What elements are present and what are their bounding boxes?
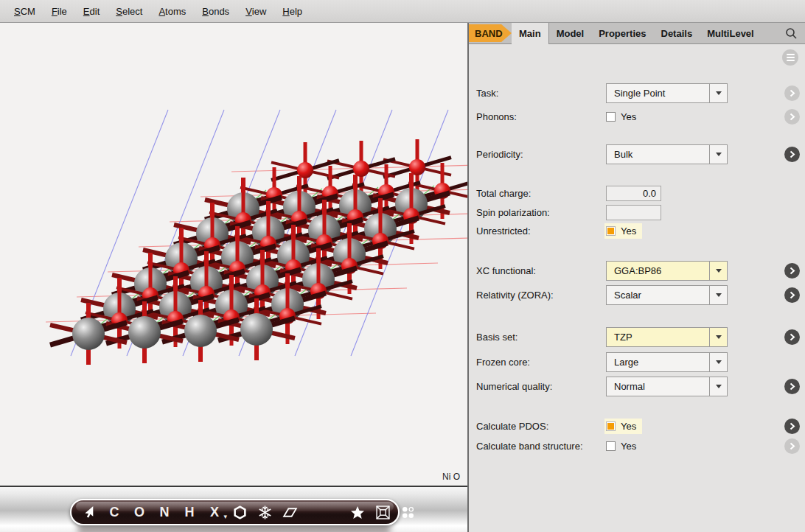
tab-properties[interactable]: Properties (591, 23, 653, 43)
o-atom[interactable] (297, 162, 313, 178)
dropdown-arrow-icon[interactable] (709, 353, 727, 371)
numerical-quality-detail-button[interactable] (784, 379, 800, 394)
relativity-label: Relativity (ZORA): (476, 290, 554, 301)
row-numerical-quality: Numerical quality:Normal (469, 377, 805, 396)
frozen-core-dropdown[interactable]: Large (606, 352, 728, 372)
panel-menu-button[interactable] (782, 49, 798, 66)
draw-toolbar: CONHX▾ (70, 499, 400, 525)
menu-scm[interactable]: SCM (6, 0, 43, 22)
menubar: SCMFileEditSelectAtomsBondsViewHelp (0, 0, 805, 23)
tab-main[interactable]: Main (512, 23, 549, 44)
calculate-band-structure-detail-button (784, 438, 800, 454)
row-calculate-pdos: Calculate PDOS:Yes (469, 419, 805, 434)
relativity-detail-button[interactable] (784, 287, 800, 303)
numerical-quality-label: Numerical quality: (476, 381, 552, 392)
hydrogen-tool[interactable]: H (181, 503, 198, 521)
calculate-band-structure-label: Calculate band structure: (476, 441, 583, 452)
phonons-label: Phonons: (476, 111, 517, 122)
menu-view[interactable]: View (237, 0, 274, 22)
search-icon[interactable] (785, 23, 805, 43)
oxygen-tool[interactable]: O (130, 503, 148, 521)
row-xc-functional: XC functional:GGA:BP86 (469, 261, 805, 281)
phonons-detail-button (784, 109, 800, 125)
menu-help[interactable]: Help (274, 0, 310, 22)
basis-set-label: Basis set: (476, 332, 518, 343)
panel-tabbar: BAND MainModelPropertiesDetailsMultiLeve… (469, 23, 805, 44)
menu-bonds[interactable]: Bonds (194, 0, 237, 22)
crystal-viewer-tool-icon[interactable] (374, 503, 391, 521)
viewer-bottom-divider (0, 486, 467, 487)
total-charge-label: Total charge: (476, 188, 531, 199)
basis-set-dropdown[interactable]: TZP (606, 327, 728, 347)
relativity-dropdown[interactable]: Scalar (606, 285, 728, 305)
favorites-tool-icon[interactable] (349, 503, 366, 521)
basis-set-detail-button[interactable] (784, 329, 800, 345)
pointer-tool-icon[interactable] (80, 503, 98, 521)
ni-atom[interactable] (240, 313, 273, 346)
ni-atom[interactable] (128, 316, 161, 349)
row-total-charge: Total charge:0.0 (469, 186, 805, 201)
calculate-pdos-label: Calculate PDOS: (476, 421, 548, 432)
total-charge-input[interactable]: 0.0 (606, 186, 661, 201)
xc-functional-label: XC functional: (476, 265, 536, 276)
crystal-structure[interactable] (0, 23, 467, 486)
plane-tool-icon[interactable] (281, 503, 299, 521)
tab-model[interactable]: Model (549, 23, 592, 43)
panels-tool-icon[interactable] (399, 503, 417, 521)
carbon-tool[interactable]: C (105, 503, 123, 521)
spin-polarization-input[interactable] (606, 205, 661, 220)
row-unrestricted: Unrestricted:Yes (469, 223, 805, 239)
dropdown-arrow-icon[interactable] (709, 328, 727, 346)
dropdown-arrow-icon[interactable] (709, 145, 727, 164)
tab-details[interactable]: Details (654, 23, 700, 43)
row-basis-set: Basis set:TZP (469, 327, 805, 347)
product-badge: BAND (469, 24, 512, 42)
ring-tool-icon[interactable] (231, 503, 248, 521)
preoptimize-tool-icon[interactable] (256, 503, 273, 521)
row-task: Task:Single Point (469, 83, 805, 103)
task-detail-button (784, 85, 800, 101)
o-atom[interactable] (353, 161, 369, 177)
nitrogen-tool[interactable]: N (156, 503, 173, 521)
dropdown-arrow-icon[interactable] (709, 84, 727, 102)
panel-divider (467, 23, 469, 532)
ni-atom[interactable] (184, 315, 217, 347)
o-atom[interactable] (409, 159, 425, 175)
panel-content: Task:Single PointPhonons:YesPeriodicity:… (469, 44, 805, 532)
menu-file[interactable]: File (43, 0, 75, 22)
calculate-pdos-detail-button[interactable] (784, 419, 800, 434)
calculate-band-structure-checkbox[interactable] (606, 441, 616, 451)
spin-polarization-label: Spin polarization: (476, 207, 550, 218)
ni-atom[interactable] (72, 318, 105, 350)
menu-atoms[interactable]: Atoms (150, 0, 194, 22)
xc-functional-dropdown[interactable]: GGA:BP86 (606, 261, 728, 281)
xc-functional-detail-button[interactable] (784, 263, 800, 279)
formula-label: Ni O (442, 472, 460, 482)
menu-edit[interactable]: Edit (75, 0, 108, 22)
unrestricted-label: Unrestricted: (476, 225, 531, 237)
hamburger-icon (787, 54, 795, 55)
settings-panel: BAND MainModelPropertiesDetailsMultiLeve… (469, 23, 805, 532)
periodicity-dropdown[interactable]: Bulk (606, 144, 728, 164)
dropdown-arrow-icon[interactable] (709, 286, 727, 304)
numerical-quality-dropdown[interactable]: Normal (606, 377, 728, 396)
periodicity-label: Periodicity: (476, 149, 523, 160)
unrestricted-checkbox[interactable] (606, 226, 616, 236)
element-picker-tool[interactable]: X▾ (206, 503, 223, 521)
row-relativity: Relativity (ZORA):Scalar (469, 285, 805, 305)
toolbar-reflection (77, 526, 391, 532)
row-spin-polarization: Spin polarization: (469, 205, 805, 220)
row-periodicity: Periodicity:Bulk (469, 144, 805, 164)
calculate-pdos-checkbox[interactable] (606, 421, 616, 431)
dropdown-arrow-icon[interactable] (709, 262, 727, 280)
phonons-checkbox[interactable] (606, 112, 616, 122)
molecule-viewer[interactable]: Ni O (0, 23, 467, 486)
periodicity-detail-button[interactable] (784, 147, 800, 162)
menu-select[interactable]: Select (108, 0, 150, 22)
row-frozen-core: Frozen core:Large (469, 352, 805, 372)
tab-multilevel[interactable]: MultiLevel (700, 23, 762, 43)
row-phonons: Phonons:Yes (469, 109, 805, 125)
task-label: Task: (476, 88, 498, 99)
dropdown-arrow-icon[interactable] (709, 377, 727, 396)
task-dropdown[interactable]: Single Point (606, 83, 728, 103)
